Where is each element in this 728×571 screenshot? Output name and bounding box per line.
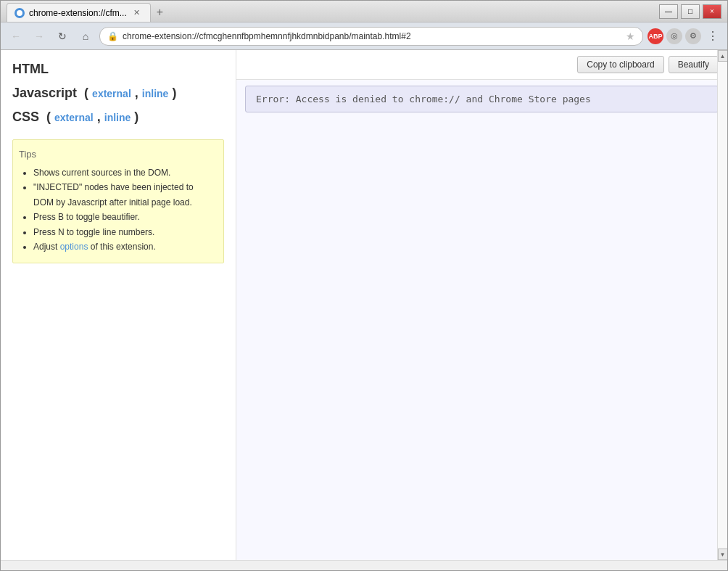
maximize-button[interactable]: □ [681, 4, 700, 19]
chrome-settings-icon[interactable]: ⚙ [685, 28, 701, 44]
new-tab-button[interactable]: + [151, 3, 169, 22]
bookmark-star-icon[interactable]: ★ [626, 30, 635, 42]
forward-button[interactable]: → [30, 27, 49, 46]
beautify-button[interactable]: Beautify [669, 56, 719, 73]
javascript-inline-link[interactable]: inline [142, 88, 169, 99]
list-item: Press B to toggle beautifier. [33, 210, 215, 224]
tips-box: Tips Shows current sources in the DOM. "… [12, 139, 224, 263]
list-item: Adjust options of this extension. [33, 239, 215, 254]
address-lock-icon: 🔒 [107, 31, 118, 41]
window-controls: — □ × [659, 4, 721, 19]
scroll-up-arrow[interactable]: ▲ [718, 50, 728, 62]
tab-list: chrome-extension://cfm... ✕ + [7, 1, 169, 22]
back-button[interactable]: ← [7, 27, 25, 46]
tab-title: chrome-extension://cfm... [29, 8, 127, 18]
html-section-title: HTML [12, 62, 224, 77]
chrome-menu-button[interactable]: ⋮ [704, 28, 721, 44]
tips-title: Tips [19, 149, 215, 160]
tab-favicon [15, 8, 25, 18]
window-frame: chrome-extension://cfm... ✕ + — □ × ← → … [0, 0, 728, 571]
extension-icon-1[interactable]: ◎ [666, 28, 682, 44]
javascript-external-link[interactable]: external [92, 88, 131, 99]
reload-button[interactable]: ↻ [53, 27, 72, 46]
tips-list: Shows current sources in the DOM. "INJEC… [19, 165, 215, 254]
list-item: Press N to toggle line numbers. [33, 225, 215, 239]
tab-close-button[interactable]: ✕ [131, 7, 143, 19]
error-text: Error: Access is denied to chrome:// and… [256, 94, 591, 104]
active-tab[interactable]: chrome-extension://cfm... ✕ [7, 3, 151, 22]
home-button[interactable]: ⌂ [76, 27, 95, 46]
error-message-box: Error: Access is denied to chrome:// and… [245, 86, 719, 112]
nav-right-icons: ABP ◎ ⚙ ⋮ [648, 28, 721, 44]
css-external-link[interactable]: external [54, 112, 94, 123]
content-area: HTML Javascript ( external , inline ) CS… [1, 50, 727, 560]
copy-to-clipboard-button[interactable]: Copy to clipboard [577, 56, 663, 73]
abp-extension-icon[interactable]: ABP [648, 28, 663, 44]
scrollbar[interactable]: ▲ ▼ [717, 50, 727, 560]
bottom-scrollbar[interactable] [1, 560, 727, 570]
address-input[interactable] [123, 31, 621, 41]
scroll-down-arrow[interactable]: ▼ [718, 549, 728, 560]
address-bar-container: 🔒 ★ [99, 27, 643, 46]
minimize-button[interactable]: — [659, 4, 678, 19]
css-inline-link[interactable]: inline [104, 112, 131, 123]
right-toolbar: Copy to clipboard Beautify [236, 50, 727, 80]
list-item: "INJECTED" nodes have been injected to D… [33, 180, 215, 210]
css-section-title: CSS ( external , inline ) [12, 110, 224, 125]
left-panel: HTML Javascript ( external , inline ) CS… [1, 50, 236, 560]
scrollbar-track[interactable] [718, 62, 727, 549]
options-link[interactable]: options [60, 242, 88, 252]
javascript-section-title: Javascript ( external , inline ) [12, 86, 224, 101]
list-item: Shows current sources in the DOM. [33, 165, 215, 180]
nav-bar: ← → ↻ ⌂ 🔒 ★ ABP ◎ ⚙ ⋮ [1, 22, 727, 50]
close-button[interactable]: × [703, 4, 721, 19]
title-bar: chrome-extension://cfm... ✕ + — □ × [1, 1, 727, 22]
right-panel: Copy to clipboard Beautify Error: Access… [236, 50, 727, 560]
